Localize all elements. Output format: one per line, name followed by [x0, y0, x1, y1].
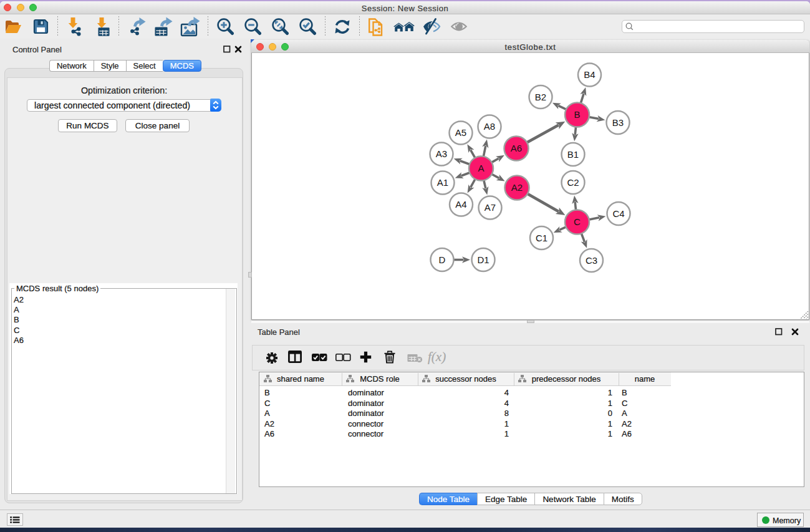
svg-text:A5: A5 [455, 127, 466, 138]
svg-text:D: D [439, 254, 446, 265]
svg-text:A4: A4 [455, 199, 466, 210]
svg-text:D1: D1 [477, 254, 489, 265]
svg-text:B3: B3 [612, 117, 624, 128]
svg-text:C4: C4 [612, 208, 624, 219]
svg-text:B1: B1 [567, 149, 579, 160]
svg-text:A8: A8 [484, 121, 495, 132]
svg-text:B: B [574, 109, 580, 120]
svg-text:A3: A3 [436, 148, 447, 159]
svg-text:A7: A7 [485, 202, 496, 213]
svg-text:C1: C1 [536, 233, 547, 243]
svg-text:A: A [478, 163, 484, 173]
svg-text:C2: C2 [567, 177, 579, 188]
svg-text:B2: B2 [535, 92, 546, 102]
svg-text:C: C [574, 216, 581, 227]
svg-text:C3: C3 [586, 255, 597, 266]
svg-text:A2: A2 [511, 182, 523, 193]
svg-text:A1: A1 [437, 177, 448, 188]
svg-text:A6: A6 [511, 143, 522, 153]
svg-text:B4: B4 [584, 69, 595, 80]
